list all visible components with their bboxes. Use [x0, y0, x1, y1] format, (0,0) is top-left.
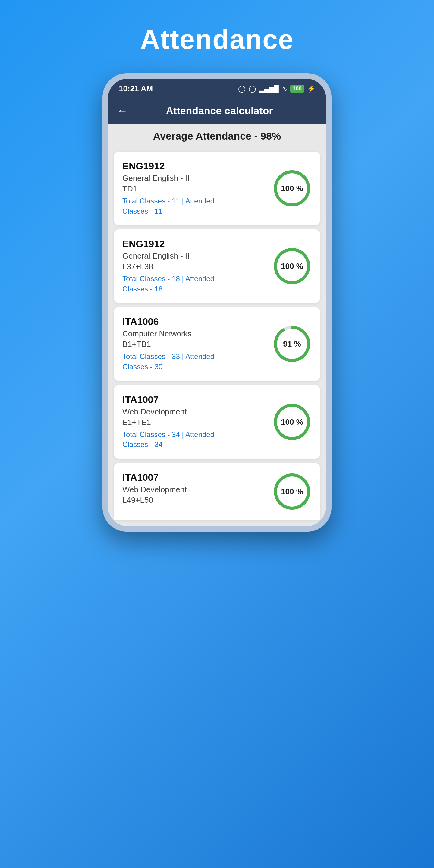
subject-name-2: General English - II	[122, 251, 267, 261]
subject-section-3: B1+TB1	[122, 340, 267, 349]
subject-section-5: L49+L50	[122, 495, 267, 505]
subject-code-5: ITA1007	[122, 472, 267, 483]
circle-label-1: 100 %	[281, 184, 303, 193]
subject-section-4: E1+TE1	[122, 418, 267, 427]
average-text: Average Attendance - 98%	[153, 130, 281, 142]
back-button[interactable]: ←	[117, 104, 128, 117]
nav-title: Attendance calculator	[134, 105, 317, 117]
subject-card-2: ENG1912 General English - II L37+L38 Tot…	[114, 229, 320, 303]
subject-stats-4: Total Classes - 34 | AttendedClasses - 3…	[122, 430, 267, 450]
circle-icon-1: ◯	[238, 85, 246, 93]
circle-label-5: 100 %	[281, 487, 303, 496]
signal-icon: ▂▄▆█	[259, 85, 279, 93]
status-bar: 10:21 AM ◯ ◯ ▂▄▆█ ∿ 100 ⚡	[108, 79, 326, 98]
circle-1: 100 %	[273, 169, 312, 208]
wifi-icon: ∿	[282, 85, 287, 93]
subject-code-1: ENG1912	[122, 161, 267, 172]
subject-name-1: General English - II	[122, 174, 267, 183]
status-time: 10:21 AM	[119, 84, 153, 93]
subject-section-2: L37+L38	[122, 262, 267, 271]
subject-card-1: ENG1912 General English - II TD1 Total C…	[114, 152, 320, 225]
subject-code-3: ITA1006	[122, 316, 267, 327]
battery-icon: 100	[290, 85, 304, 93]
circle-icon-2: ◯	[249, 85, 256, 93]
subject-info-3: ITA1006 Computer Networks B1+TB1 Total C…	[122, 316, 267, 372]
status-icons: ◯ ◯ ▂▄▆█ ∿ 100 ⚡	[238, 85, 315, 93]
page-wrapper: Attendance 10:21 AM ◯ ◯ ▂▄▆█ ∿ 100 ⚡ ← A…	[0, 0, 434, 868]
subject-info-4: ITA1007 Web Development E1+TE1 Total Cla…	[122, 394, 267, 450]
circle-5: 100 %	[273, 472, 312, 511]
subject-stats-2: Total Classes - 18 | AttendedClasses - 1…	[122, 274, 267, 294]
average-bar: Average Attendance - 98%	[108, 124, 326, 149]
nav-bar: ← Attendance calculator	[108, 98, 326, 124]
subject-stats-1: Total Classes - 11 | AttendedClasses - 1…	[122, 196, 267, 216]
subject-stats-3: Total Classes - 33 | AttendedClasses - 3…	[122, 351, 267, 372]
phone-frame: 10:21 AM ◯ ◯ ▂▄▆█ ∿ 100 ⚡ ← Attendance c…	[102, 73, 332, 532]
subject-card-4: ITA1007 Web Development E1+TE1 Total Cla…	[114, 385, 320, 459]
circle-label-3: 91 %	[283, 339, 301, 349]
circle-label-4: 100 %	[281, 417, 303, 427]
content-area: ENG1912 General English - II TD1 Total C…	[108, 149, 326, 526]
subject-code-4: ITA1007	[122, 394, 267, 405]
subject-info-2: ENG1912 General English - II L37+L38 Tot…	[122, 239, 267, 294]
subject-info-5: ITA1007 Web Development L49+L50	[122, 472, 267, 507]
circle-label-2: 100 %	[281, 261, 303, 271]
subject-name-4: Web Development	[122, 407, 267, 416]
page-title: Attendance	[140, 24, 294, 55]
circle-2: 100 %	[273, 247, 312, 286]
subject-section-1: TD1	[122, 184, 267, 193]
subject-code-2: ENG1912	[122, 239, 267, 250]
circle-3: 91 %	[273, 324, 312, 364]
phone-inner: 10:21 AM ◯ ◯ ▂▄▆█ ∿ 100 ⚡ ← Attendance c…	[108, 79, 326, 526]
subject-card-3: ITA1006 Computer Networks B1+TB1 Total C…	[114, 307, 320, 381]
bolt-icon: ⚡	[307, 85, 315, 93]
circle-4: 100 %	[273, 402, 312, 441]
subject-card-5-partial: ITA1007 Web Development L49+L50 100 %	[114, 463, 320, 520]
subject-info-1: ENG1912 General English - II TD1 Total C…	[122, 161, 267, 216]
subject-name-3: Computer Networks	[122, 329, 267, 338]
subject-name-5: Web Development	[122, 485, 267, 494]
